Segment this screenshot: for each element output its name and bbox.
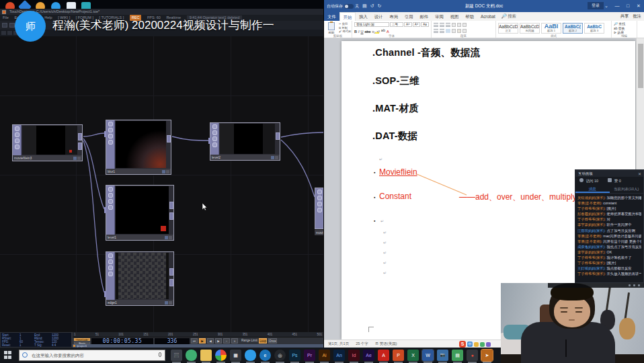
taskbar-icon-classin[interactable]: ➤: [481, 350, 493, 361]
share-button[interactable]: 共享: [620, 13, 629, 19]
node-flags[interactable]: [164, 300, 173, 305]
node-flag-strip[interactable]: [106, 186, 115, 235]
text-highlight-button[interactable]: ab: [381, 28, 385, 34]
close-button[interactable]: ✕: [633, 0, 644, 12]
bold-button[interactable]: B: [354, 30, 357, 34]
taskbar-icon-word[interactable]: W: [422, 350, 434, 361]
node-flag-strip[interactable]: [210, 123, 219, 155]
node-output-connector[interactable]: [78, 143, 82, 150]
td-node-moviefilein[interactable]: moviefilein3: [12, 124, 83, 161]
node-flags[interactable]: [161, 169, 170, 173]
once-button[interactable]: Once: [268, 338, 277, 344]
node-flag-strip[interactable]: [106, 120, 115, 169]
ribbon-options-icon[interactable]: ⌄: [601, 0, 612, 12]
node-flag-strip[interactable]: [315, 188, 323, 229]
node-flags[interactable]: [73, 156, 81, 160]
play-button[interactable]: ▶: [199, 338, 206, 344]
node-preview[interactable]: [116, 186, 169, 234]
node-flags[interactable]: [270, 155, 279, 159]
plus-button[interactable]: +: [231, 338, 238, 344]
taskbar-icon-notes[interactable]: ▤: [452, 350, 463, 361]
ribbon-search[interactable]: 🔎 搜索: [501, 13, 516, 19]
close-icon[interactable]: ✕: [638, 171, 641, 177]
page-indicator[interactable]: 第1页, 共1页: [328, 340, 349, 348]
style-heading1[interactable]: AaBl 标题 1: [541, 23, 561, 34]
timeline-ruler[interactable]: 151 101151 201251 301351 401451 501: [73, 332, 323, 337]
timecode-button[interactable]: TimeCode: [74, 338, 90, 341]
borders-icon[interactable]: [462, 29, 467, 33]
taskbar-icon-powerpoint[interactable]: P: [393, 350, 404, 361]
taskbar-icon-task-view[interactable]: ⿲: [171, 350, 182, 361]
tab-help[interactable]: 帮助: [462, 12, 477, 21]
scrollbar-thumb[interactable]: [638, 44, 643, 88]
language-indicator[interactable]: 🖹 英语(美国): [375, 340, 397, 348]
font-color-button[interactable]: A: [387, 30, 389, 34]
numbering-icon[interactable]: [440, 23, 444, 27]
ime-icon[interactable]: [474, 342, 479, 347]
change-case-button[interactable]: Aa: [421, 22, 429, 27]
node-output-connector[interactable]: [78, 133, 82, 140]
shading-icon[interactable]: [457, 29, 461, 33]
node-editor[interactable]: moviefilein3 blur1 level2: [0, 36, 323, 332]
taskbar-icon-wechat[interactable]: [186, 350, 197, 361]
autosave-toggle[interactable]: 自动保存 关: [327, 3, 359, 9]
webcam-control-icon[interactable]: [633, 284, 635, 286]
node-preview[interactable]: [220, 124, 275, 154]
td-node-partial[interactable]: [315, 188, 323, 229]
ime-icon[interactable]: [486, 342, 491, 347]
minus-button[interactable]: −: [223, 338, 230, 344]
node-preview[interactable]: [22, 126, 77, 155]
webcam-controls-bar[interactable]: [548, 283, 644, 288]
menu-help[interactable]: Help: [44, 15, 52, 19]
node-preview[interactable]: [116, 121, 166, 168]
taskbar-icon-animate[interactable]: An: [333, 350, 345, 361]
menu-file[interactable]: File: [3, 15, 9, 19]
font-size-select[interactable]: 二号: [390, 22, 403, 27]
increase-indent-icon[interactable]: [457, 23, 461, 27]
node-output-connector[interactable]: [276, 132, 280, 140]
word-titlebar[interactable]: 自动保存 关 ▤ ↺ ↻ 新建 DOC 文档.doc 登录 ⌄ — □ ✕: [324, 0, 644, 12]
chat-header[interactable]: 互动面板 ✕: [575, 170, 643, 177]
step-back-button[interactable]: ◀: [207, 338, 214, 344]
taskbar-icon-calculator[interactable]: ▦: [230, 350, 241, 361]
save-icon[interactable]: ▤: [362, 3, 367, 9]
taskbar-icon-excel[interactable]: X: [407, 350, 419, 361]
grow-font-button[interactable]: A˄: [404, 22, 412, 27]
tab-file[interactable]: 文件: [324, 12, 339, 21]
paste-button[interactable]: 粘贴: [326, 22, 337, 34]
underline-button[interactable]: U: [361, 30, 364, 34]
sogou-icon[interactable]: S: [459, 341, 466, 348]
node-flags[interactable]: [164, 235, 173, 239]
redo-icon[interactable]: ↻: [378, 3, 382, 9]
collapse-icon[interactable]: [1, 31, 6, 35]
webcam-control-icon[interactable]: [638, 284, 640, 286]
bullets-icon[interactable]: [434, 23, 438, 27]
align-center-icon[interactable]: [440, 29, 444, 33]
td-node-edge[interactable]: edge1: [106, 251, 174, 306]
node-preview[interactable]: [116, 253, 169, 299]
undo-icon[interactable]: ↺: [370, 3, 374, 9]
taskbar-icon-camera[interactable]: 📷: [437, 350, 448, 361]
line-spacing-icon[interactable]: [452, 29, 456, 33]
decrease-indent-icon[interactable]: [452, 23, 456, 27]
taskbar-icon-obs[interactable]: ◎: [274, 350, 286, 361]
strikethrough-button[interactable]: abc: [365, 30, 371, 34]
italic-button[interactable]: I: [358, 30, 360, 34]
taskbar-icon-indesign[interactable]: Id: [348, 350, 360, 361]
taskbar-icon-premiere[interactable]: Pr: [304, 350, 315, 361]
step-forward-button[interactable]: ▶: [215, 338, 222, 344]
node-output-connector[interactable]: [169, 202, 173, 209]
bookmark-icon[interactable]: [9, 23, 15, 28]
webcam-control-icon[interactable]: [629, 284, 631, 286]
node-output-connector[interactable]: [167, 135, 171, 143]
taskbar-icon-illustrator[interactable]: Ai: [319, 350, 330, 361]
comments-button[interactable]: 批注: [633, 13, 641, 19]
taskbar-icon-acrobat[interactable]: A: [378, 350, 389, 361]
align-left-icon[interactable]: [434, 29, 438, 33]
ime-mode-icon[interactable]: 中: [467, 341, 473, 347]
taskbar-icon-chrome[interactable]: [215, 350, 227, 361]
timeline-settings[interactable]: Start:1 End:1200 RStart:1 REnd:1200 FPS:…: [1, 333, 71, 347]
style-heading2[interactable]: AaBbC( 标题 2: [563, 23, 583, 34]
tab-references[interactable]: 引用: [401, 12, 417, 21]
tab-member-list[interactable]: 当前列表(10人): [610, 185, 644, 193]
